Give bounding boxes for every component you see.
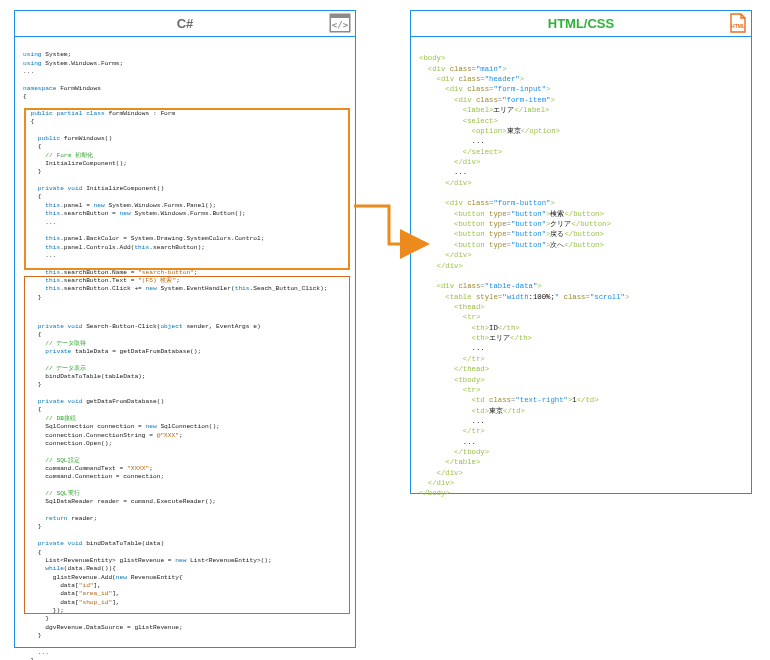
svg-text:HTML: HTML bbox=[731, 23, 745, 29]
comparison-figure: C# </> using System; using System.Window… bbox=[10, 10, 760, 650]
htmlcss-title: HTML/CSS bbox=[548, 16, 614, 31]
htmlcss-code: <body> <div class="main"> <div class="he… bbox=[411, 37, 751, 528]
html-page-icon: HTML bbox=[729, 13, 747, 36]
csharp-block1: public formWindows() { // Form 初期化 Initi… bbox=[23, 135, 347, 302]
htmlcss-panel: HTML/CSS HTML <body> <div class="main"> … bbox=[410, 10, 752, 494]
svg-text:</>: </> bbox=[332, 20, 349, 30]
csharp-block2: private void Search-Button-Click(object … bbox=[23, 323, 347, 641]
code-brackets-icon: </> bbox=[329, 13, 351, 36]
csharp-preamble: using System; using System.Windows.Forms… bbox=[23, 51, 347, 101]
csharp-title: C# bbox=[177, 16, 194, 31]
csharp-code: using System; using System.Windows.Forms… bbox=[15, 37, 355, 660]
csharp-panel: C# </> using System; using System.Window… bbox=[14, 10, 356, 648]
csharp-suffix: ... } } bbox=[23, 649, 347, 660]
csharp-class-decl: public partial class formWindows : Form … bbox=[23, 110, 347, 127]
htmlcss-panel-header: HTML/CSS HTML bbox=[411, 11, 751, 37]
csharp-panel-header: C# </> bbox=[15, 11, 355, 37]
htmlcss-body: <body> <div class="main"> <div class="he… bbox=[419, 53, 743, 498]
